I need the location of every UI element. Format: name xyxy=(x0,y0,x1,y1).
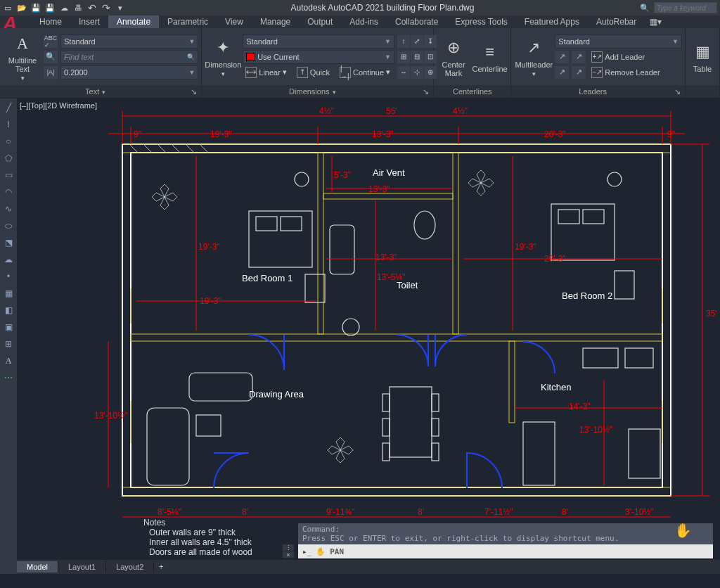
label-bed1: Bed Room 1 xyxy=(242,273,292,283)
dim-opt4-icon[interactable]: ⊞ xyxy=(397,51,410,63)
tab-annotate[interactable]: Annotate xyxy=(108,15,159,28)
centerline-button[interactable]: ≡ Centerline xyxy=(472,31,508,82)
app-title: Autodesk AutoCAD 2021 building Floor Pla… xyxy=(291,3,475,13)
rectangle-icon[interactable]: ▭ xyxy=(2,169,15,181)
hatch-icon[interactable]: ▦ xyxy=(2,287,15,300)
point-icon[interactable]: • xyxy=(2,270,15,283)
panel-text-title[interactable]: Text▾↘ xyxy=(0,85,201,98)
svg-text:4½": 4½" xyxy=(319,106,334,116)
line-icon[interactable]: ╱ xyxy=(2,101,15,114)
leader-style-dropdown[interactable]: Standard▼ xyxy=(555,34,682,49)
cloud-icon[interactable]: ☁ xyxy=(59,3,69,13)
panel-center-title: Centerlines xyxy=(434,85,510,98)
panel-dim-title[interactable]: Dimensions▾↘ xyxy=(202,85,433,98)
save-icon[interactable]: 💾 xyxy=(31,3,41,13)
remove-leader-button[interactable]: −↗Remove Leader xyxy=(589,65,662,79)
svg-rect-13 xyxy=(453,153,458,334)
panel-leader-title[interactable]: Leaders↘ xyxy=(511,85,685,98)
circle-icon[interactable]: ○ xyxy=(2,135,15,148)
tab-layout1[interactable]: Layout1 xyxy=(58,561,106,573)
label-kitchen: Kitchen xyxy=(541,382,571,392)
svg-text:8': 8' xyxy=(418,507,424,517)
region-icon[interactable]: ▣ xyxy=(2,321,15,333)
tab-addins[interactable]: Add-ins xyxy=(341,15,387,28)
keyword-search[interactable] xyxy=(654,2,717,13)
multileader-button[interactable]: ↗ Multileader ▾ xyxy=(514,31,553,82)
find-icon[interactable]: 🔍 xyxy=(44,51,58,63)
linear-button[interactable]: ⟷Linear ▾ xyxy=(243,65,290,79)
cloud-icon[interactable]: ☁ xyxy=(2,253,15,266)
continue-button[interactable]: |→|Continue ▾ xyxy=(337,65,393,79)
tab-express[interactable]: Express Tools xyxy=(446,15,515,28)
dim-opt7-icon[interactable]: ↔ xyxy=(397,66,410,79)
tab-model[interactable]: Model xyxy=(17,561,58,573)
dim-opt8-icon[interactable]: ⊹ xyxy=(411,66,423,79)
tab-parametric[interactable]: Parametric xyxy=(159,15,217,28)
tab-autorebar[interactable]: AutoRebar xyxy=(588,15,645,28)
tab-home[interactable]: Home xyxy=(31,15,70,28)
remove-leader-icon: −↗ xyxy=(591,67,603,78)
arc-icon[interactable]: ◠ xyxy=(2,186,15,198)
text-height-dropdown[interactable]: 0.2000▼ xyxy=(60,65,198,79)
command-history: Command: Press ESC or ENTER to exit, or … xyxy=(298,523,713,544)
add-leader-button[interactable]: +↗Add Leader xyxy=(589,50,648,64)
tab-insert[interactable]: Insert xyxy=(70,15,108,28)
svg-text:3'-10½": 3'-10½" xyxy=(625,507,654,517)
tab-layout2[interactable]: Layout2 xyxy=(106,561,154,573)
leader-opt3-icon[interactable]: ↗ xyxy=(555,66,569,79)
text-icon[interactable]: A xyxy=(2,354,15,367)
draw-toolbar: ╱ ⌇ ○ ⬠ ▭ ◠ ∿ ⬭ ⬔ ☁ • ▦ ◧ ▣ ⊞ A ⋯ xyxy=(0,98,17,574)
table-button[interactable]: ▦ Table xyxy=(688,31,716,82)
dim-opt5-icon[interactable]: ⊟ xyxy=(411,51,423,63)
polygon-icon[interactable]: ⬠ xyxy=(2,152,15,165)
ellipsearc-icon[interactable]: ⬔ xyxy=(2,236,15,249)
redo-icon[interactable]: ↷ xyxy=(101,3,111,13)
tab-collaborate[interactable]: Collaborate xyxy=(387,15,446,28)
svg-text:19'-3": 19'-3" xyxy=(210,129,232,139)
saveas-icon[interactable]: 💾 xyxy=(45,3,55,13)
ribbon-tabs: A Home Insert Annotate Parametric View M… xyxy=(0,15,720,28)
leader-opt4-icon[interactable]: ↗ xyxy=(572,66,586,79)
ellipse-icon[interactable]: ⬭ xyxy=(2,219,15,232)
tab-manage[interactable]: Manage xyxy=(252,15,299,28)
qat-more-icon[interactable]: ▾ xyxy=(115,3,125,13)
svg-point-31 xyxy=(342,319,359,335)
multiline-text-button[interactable]: A Multiline Text ▾ xyxy=(3,31,42,82)
svg-text:8'-5¼": 8'-5¼" xyxy=(158,507,181,517)
quick-button[interactable]: ⤒Quick xyxy=(294,65,333,79)
open-icon[interactable]: 📂 xyxy=(17,3,27,13)
dimension-button[interactable]: ✦ Dimension ▾ xyxy=(205,31,241,82)
undo-icon[interactable]: ↶ xyxy=(87,3,97,13)
tab-view[interactable]: View xyxy=(217,15,252,28)
tab-featured[interactable]: Featured Apps xyxy=(516,15,588,28)
cmd-pin[interactable]: ⋮× xyxy=(283,544,294,558)
tab-output[interactable]: Output xyxy=(299,15,341,28)
share-icon[interactable]: ▦▾ xyxy=(645,17,666,27)
polyline-icon[interactable]: ⌇ xyxy=(2,118,15,131)
command-window[interactable]: Command: Press ESC or ENTER to exit, or … xyxy=(298,523,713,558)
text-style-dropdown[interactable]: Standard▼ xyxy=(60,34,198,49)
spellcheck-icon[interactable]: ABC✓ xyxy=(44,35,58,48)
leader-opt2-icon[interactable]: ↗ xyxy=(572,51,586,63)
plot-icon[interactable]: 🖶 xyxy=(73,3,83,13)
table2-icon[interactable]: ⊞ xyxy=(2,338,15,350)
command-line[interactable]: ▸_ ✋ PAN xyxy=(298,544,713,558)
centermark-button[interactable]: ⊕ Center Mark xyxy=(437,31,470,82)
dim-opt1-icon[interactable]: ↕ xyxy=(397,35,410,48)
dim-style-dropdown[interactable]: Standard▼ xyxy=(243,34,394,49)
leader-opt1-icon[interactable]: ↗ xyxy=(555,51,569,63)
new-icon[interactable]: ▭ xyxy=(3,3,13,13)
text-height-icon[interactable]: |A| xyxy=(44,66,58,79)
svg-rect-29 xyxy=(330,225,354,274)
ribbon: A Multiline Text ▾ ABC✓ Standard▼ 🔍 Find… xyxy=(0,28,720,98)
search-icon[interactable]: 🔍 xyxy=(640,3,650,13)
tab-add-button[interactable]: + xyxy=(154,562,168,572)
find-text-input[interactable]: Find text 🔍 xyxy=(60,50,198,64)
gradient-icon[interactable]: ◧ xyxy=(2,304,15,317)
drawing-canvas[interactable]: [–][Top][2D Wireframe] xyxy=(17,98,720,574)
more-tool-icon[interactable]: ⋯ xyxy=(2,371,15,384)
svg-point-46 xyxy=(295,172,309,186)
spline-icon[interactable]: ∿ xyxy=(2,203,15,215)
dim-layer-dropdown[interactable]: Use Current▼ xyxy=(243,50,394,64)
dim-opt2-icon[interactable]: ⤢ xyxy=(411,35,423,48)
